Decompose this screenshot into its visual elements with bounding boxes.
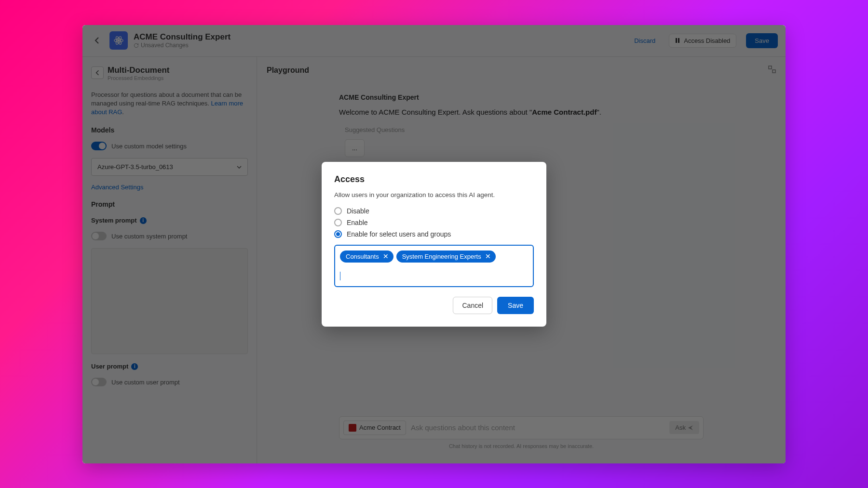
- radio-option-select[interactable]: Enable for select users and groups: [334, 228, 534, 240]
- app-window: ACME Consulting Expert Unsaved Changes D…: [82, 25, 786, 463]
- radio-option-enable[interactable]: Enable: [334, 217, 534, 228]
- tag-chip: Consultants ✕: [340, 251, 393, 263]
- tag-chip: System Engineering Experts ✕: [396, 251, 496, 263]
- remove-tag-icon[interactable]: ✕: [484, 253, 492, 260]
- modal-actions: Cancel Save: [334, 297, 534, 314]
- text-cursor: [340, 272, 340, 280]
- modal-title: Access: [334, 174, 534, 185]
- modal-description: Allow users in your organization to acce…: [334, 191, 534, 198]
- access-modal: Access Allow users in your organization …: [322, 162, 546, 327]
- radio-option-disable[interactable]: Disable: [334, 205, 534, 217]
- user-group-input[interactable]: Consultants ✕ System Engineering Experts…: [334, 245, 534, 287]
- modal-overlay[interactable]: Access Allow users in your organization …: [82, 25, 786, 463]
- radio-icon: [334, 207, 342, 215]
- cancel-button[interactable]: Cancel: [453, 297, 492, 314]
- radio-icon: [334, 230, 342, 238]
- remove-tag-icon[interactable]: ✕: [382, 253, 390, 260]
- radio-icon: [334, 219, 342, 226]
- modal-save-button[interactable]: Save: [497, 297, 534, 314]
